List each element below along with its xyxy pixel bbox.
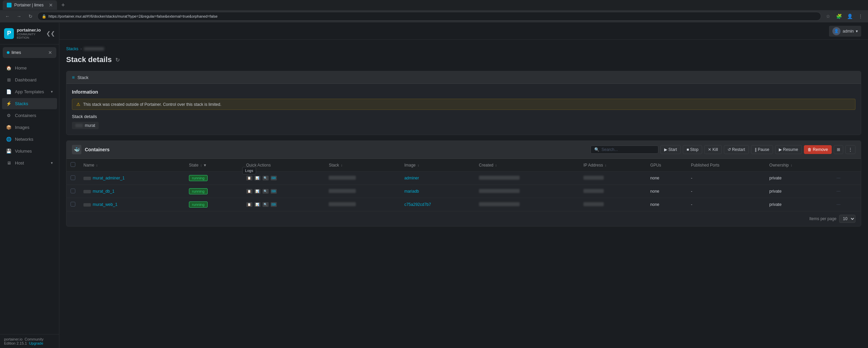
th-name[interactable]: Name ↕ (79, 159, 185, 172)
th-gpus: GPUs (646, 159, 687, 172)
back-btn[interactable]: ← (3, 12, 12, 21)
row3-more-icon[interactable]: ⋯ (836, 201, 841, 208)
env-close-btn[interactable]: ✕ (48, 50, 52, 55)
kill-btn[interactable]: ✕ Kill (704, 145, 721, 154)
start-btn[interactable]: ▶ Start (660, 145, 681, 154)
resume-btn[interactable]: ▶ Resume (775, 145, 802, 154)
menu-btn[interactable]: ⋮ (856, 12, 865, 21)
row2-inspect-btn[interactable]: 🔍 (263, 189, 269, 194)
row2-name-link[interactable]: murat_db_1 (93, 189, 114, 194)
sidebar-item-images[interactable]: 📦 Images (2, 122, 57, 133)
column-settings-btn[interactable]: ⊞ (834, 145, 843, 154)
row1-stats-btn[interactable]: 📊 (254, 176, 261, 180)
items-per-page-select[interactable]: 10 25 50 (839, 215, 855, 223)
sidebar-item-app-templates[interactable]: 📄 App Templates ▾ (2, 86, 57, 97)
forward-btn[interactable]: → (14, 12, 24, 21)
row2-stack-cell (325, 185, 400, 198)
row1-checkbox-cell[interactable] (66, 172, 79, 185)
select-all-checkbox[interactable] (71, 162, 75, 167)
browser-toolbar: ← → ↻ 🔒 https://portainer.mur.at/#!/6/do… (0, 10, 868, 22)
row2-ports-value: - (691, 189, 692, 194)
filter-icon[interactable]: ▼ (203, 163, 207, 167)
row3-logs-btn[interactable]: 📋 (246, 202, 252, 207)
user-menu-btn[interactable]: 👤 admin ▾ (829, 26, 861, 37)
dashboard-icon: ⊞ (6, 77, 12, 82)
host-arrow-icon: ▾ (51, 161, 53, 165)
row1-ip-blurred (583, 176, 604, 180)
col-created-label: Created (479, 163, 494, 168)
row1-name-link[interactable]: murat_adminer_1 (93, 176, 124, 180)
sidebar-item-stacks[interactable]: ⚡ Stacks (2, 98, 57, 109)
row2-checkbox-cell[interactable] (66, 185, 79, 198)
sidebar-item-host[interactable]: 🖥 Host ▾ (2, 157, 57, 169)
url-text: https://portainer.mur.at/#!/6/docker/sta… (49, 14, 217, 18)
remove-btn[interactable]: 🗑 Remove (804, 145, 832, 154)
row2-image-link[interactable]: mariadb (404, 189, 419, 194)
refresh-btn[interactable]: ↻ (115, 57, 120, 63)
sidebar-item-home[interactable]: 🏠 Home (2, 62, 57, 74)
new-tab-btn[interactable]: + (58, 0, 68, 10)
col-ip-label: IP Address (583, 163, 603, 168)
sidebar-collapse-btn[interactable]: ❮❮ (46, 30, 55, 37)
th-image[interactable]: Image ↕ (400, 159, 475, 172)
row1-checkbox[interactable] (71, 175, 75, 180)
upgrade-link[interactable]: Upgrade (29, 341, 43, 345)
containers-search-box[interactable]: 🔍 (591, 146, 658, 154)
items-per-page-label: Items per page (809, 216, 836, 221)
search-input[interactable] (601, 147, 655, 152)
th-row-actions (832, 159, 861, 172)
row1-image-link[interactable]: adminer (404, 176, 419, 180)
row2-stats-btn[interactable]: 📊 (254, 189, 261, 194)
breadcrumb-stacks-link[interactable]: Stacks (66, 46, 78, 51)
sidebar-item-networks-label: Networks (15, 137, 33, 142)
sidebar-item-networks[interactable]: 🌐 Networks (2, 134, 57, 145)
address-bar[interactable]: 🔒 https://portainer.mur.at/#!/6/docker/s… (37, 12, 821, 21)
row2-exec-btn[interactable]: ⌨ (271, 189, 277, 194)
networks-icon: 🌐 (6, 137, 12, 142)
row1-more-icon[interactable]: ⋯ (836, 175, 841, 181)
pause-btn[interactable]: ‖ Pause (751, 145, 773, 154)
stop-btn[interactable]: ■ Stop (683, 145, 702, 154)
th-ip[interactable]: IP Address ↕ (579, 159, 646, 172)
sidebar-item-containers[interactable]: ⚙ Containers (2, 110, 57, 121)
row2-image-cell: mariadb (400, 185, 475, 198)
row1-exec-btn[interactable]: ⌨ (271, 176, 277, 180)
th-state[interactable]: State ↕ ▼ (185, 159, 242, 172)
row3-checkbox-cell[interactable] (66, 198, 79, 211)
restart-btn[interactable]: ↺ Restart (724, 145, 749, 154)
row2-logs-btn[interactable]: 📋 (246, 189, 252, 194)
th-select-all[interactable] (66, 159, 79, 172)
row1-logs-btn[interactable]: 📋 (246, 176, 252, 180)
row2-more-icon[interactable]: ⋯ (836, 188, 841, 194)
row1-ports-value: - (691, 176, 692, 180)
row3-inspect-btn[interactable]: 🔍 (263, 202, 269, 207)
page-content: Stacks › Stack details ↻ ≡ Stack Informa… (59, 40, 868, 348)
row2-name-prefix-blurred (83, 190, 91, 193)
sidebar-item-volumes[interactable]: 💾 Volumes (2, 146, 57, 157)
th-ownership[interactable]: Ownership ↕ (765, 159, 832, 172)
bookmark-btn[interactable]: ☆ (823, 12, 833, 21)
row3-name-link[interactable]: murat_web_1 (93, 202, 117, 207)
tab-close-btn[interactable]: ✕ (49, 2, 53, 8)
row1-name-cell: murat_adminer_1 (79, 172, 185, 185)
row3-image-link[interactable]: c75a292cd7b7 (404, 202, 431, 207)
env-selector[interactable]: limes ✕ (3, 47, 56, 58)
row1-ownership-value: private (769, 176, 782, 180)
row3-exec-btn[interactable]: ⌨ (271, 202, 277, 207)
row3-checkbox[interactable] (71, 202, 75, 207)
sidebar-item-dashboard[interactable]: ⊞ Dashboard (2, 74, 57, 85)
reload-btn[interactable]: ↻ (26, 12, 35, 21)
th-stack[interactable]: Stack ↕ (325, 159, 400, 172)
row1-inspect-btn[interactable]: 🔍 (263, 176, 269, 180)
row3-stats-btn[interactable]: 📊 (254, 202, 261, 207)
row2-row-actions: ⋯ (836, 188, 857, 194)
th-created[interactable]: Created ↕ (475, 159, 579, 172)
row2-checkbox[interactable] (71, 189, 75, 193)
active-browser-tab[interactable]: Portainer | limes ✕ (3, 0, 57, 10)
extensions-btn[interactable]: 🧩 (834, 12, 844, 21)
row2-gpus-cell: none (646, 185, 687, 198)
more-options-btn[interactable]: ⋮ (845, 145, 855, 154)
ip-sort-icon: ↕ (605, 163, 606, 167)
row1-row-actions: ⋯ (836, 175, 857, 181)
profile-btn[interactable]: 👤 (845, 12, 854, 21)
